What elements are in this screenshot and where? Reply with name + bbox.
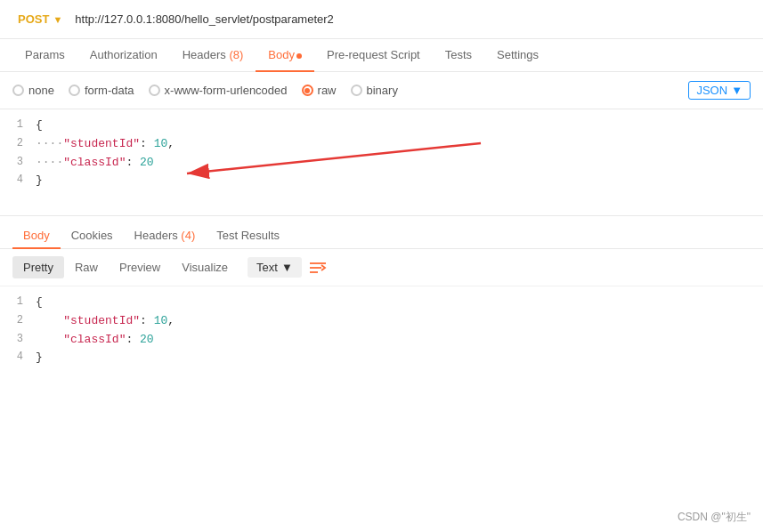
resp-headers-label: Headers <box>134 229 182 242</box>
radio-raw <box>302 85 313 96</box>
tab-authorization[interactable]: Authorization <box>77 39 170 72</box>
req-content-3: ····"classId": 20 <box>36 154 763 173</box>
option-raw[interactable]: raw <box>302 84 337 97</box>
req-line-2: 2 ····"studentId": 10, <box>0 135 763 154</box>
tab-body[interactable]: Body <box>256 39 314 72</box>
wrap-icon[interactable] <box>309 261 327 275</box>
json-format-select[interactable]: JSON ▼ <box>688 81 751 100</box>
resp-linenum-4: 4 <box>0 349 36 366</box>
option-raw-label: raw <box>318 84 337 97</box>
resp-linenum-1: 1 <box>0 294 36 310</box>
tab-body-label: Body <box>268 48 295 61</box>
req-linenum-4: 4 <box>0 172 36 189</box>
request-code-editor[interactable]: 1 { 2 ····"studentId": 10, 3 ····"classI… <box>0 109 763 216</box>
req-content-4: } <box>36 172 763 190</box>
resp-content-2: "studentId": 10, <box>36 312 763 331</box>
method-label: POST <box>18 12 49 26</box>
resp-line-2: 2 "studentId": 10, <box>0 312 763 331</box>
json-select-arrow: ▼ <box>731 84 743 97</box>
req-line-4: 4 } <box>0 172 763 190</box>
resp-line-3: 3 "classId": 20 <box>0 331 763 350</box>
response-tabs: Body Cookies Headers (4) Test Results <box>0 216 763 249</box>
json-select-label: JSON <box>696 84 727 97</box>
resp-tab-cookies[interactable]: Cookies <box>61 223 124 249</box>
resp-content-4: } <box>36 349 763 367</box>
req-line-3: 3 ····"classId": 20 <box>0 154 763 173</box>
tab-headers[interactable]: Headers (8) <box>170 39 256 72</box>
tab-headers-badge: (8) <box>229 48 243 61</box>
tab-prerequest[interactable]: Pre-request Script <box>314 39 433 72</box>
option-form-data-label: form-data <box>85 84 134 97</box>
option-binary[interactable]: binary <box>351 84 398 97</box>
req-content-2: ····"studentId": 10, <box>36 135 763 154</box>
req-line-1: 1 { <box>0 117 763 135</box>
resp-tab-headers[interactable]: Headers (4) <box>124 223 207 249</box>
request-editor-container: 1 { 2 ····"studentId": 10, 3 ····"classI… <box>0 109 763 216</box>
resp-headers-badge: (4) <box>181 229 195 242</box>
body-dot <box>296 53 302 59</box>
req-linenum-1: 1 <box>0 117 36 133</box>
option-none[interactable]: none <box>12 84 54 97</box>
response-section: Body Cookies Headers (4) Test Results Pr… <box>0 216 763 375</box>
option-form-data[interactable]: form-data <box>69 84 134 97</box>
view-tab-preview[interactable]: Preview <box>109 256 171 278</box>
option-urlencoded-label: x-www-form-urlencoded <box>165 84 288 97</box>
tab-headers-label: Headers <box>183 48 230 61</box>
radio-none <box>12 85 24 96</box>
view-tab-pretty[interactable]: Pretty <box>12 256 64 278</box>
resp-content-1: { <box>36 294 763 312</box>
url-bar: POST ▼ <box>0 0 763 39</box>
req-linenum-3: 3 <box>0 154 36 171</box>
option-urlencoded[interactable]: x-www-form-urlencoded <box>149 84 288 97</box>
tab-tests[interactable]: Tests <box>433 39 484 72</box>
view-tabs-row: Pretty Raw Preview Visualize Text ▼ <box>0 249 763 286</box>
view-tab-raw[interactable]: Raw <box>64 256 109 278</box>
resp-tab-body[interactable]: Body <box>12 223 61 249</box>
view-tab-visualize[interactable]: Visualize <box>171 256 239 278</box>
format-select-label: Text <box>256 261 278 274</box>
resp-content-3: "classId": 20 <box>36 331 763 350</box>
resp-line-1: 1 { <box>0 294 763 312</box>
format-select-arrow: ▼ <box>281 261 293 274</box>
resp-line-4: 4 } <box>0 349 763 367</box>
resp-linenum-2: 2 <box>0 312 36 329</box>
req-content-1: { <box>36 117 763 135</box>
tab-params[interactable]: Params <box>12 39 77 72</box>
tab-settings[interactable]: Settings <box>484 39 551 72</box>
radio-binary <box>351 85 362 96</box>
radio-form-data <box>69 85 80 96</box>
resp-tab-testresults[interactable]: Test Results <box>206 223 290 249</box>
nav-tabs: Params Authorization Headers (8) Body Pr… <box>0 39 763 72</box>
option-none-label: none <box>28 84 54 97</box>
response-format-select[interactable]: Text ▼ <box>248 257 302 278</box>
option-binary-label: binary <box>367 84 398 97</box>
response-code-editor: 1 { 2 "studentId": 10, 3 "classId": 20 4… <box>0 286 763 375</box>
method-dropdown-icon: ▼ <box>53 14 62 25</box>
resp-linenum-3: 3 <box>0 331 36 348</box>
req-linenum-2: 2 <box>0 135 36 152</box>
body-options: none form-data x-www-form-urlencoded raw… <box>0 72 763 109</box>
method-select[interactable]: POST ▼ <box>12 9 68 29</box>
url-input[interactable] <box>75 12 751 26</box>
radio-urlencoded <box>149 85 160 96</box>
